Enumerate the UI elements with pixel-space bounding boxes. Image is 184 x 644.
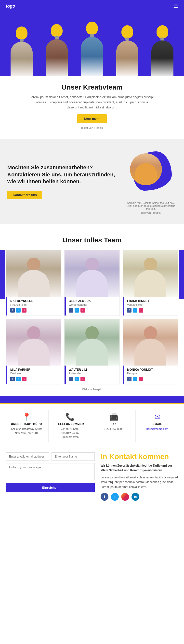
contact-info-1: 📞 TELEFONNUMMER 234-9876-5400888-0123-45…	[48, 410, 92, 442]
team-card-5: MONIKA POULIOT Designer f t i	[123, 319, 178, 384]
instagram-icon-2[interactable]: i	[139, 308, 143, 312]
twitter-icon-1[interactable]: t	[74, 308, 79, 312]
member-role-4: Entwickler	[69, 372, 116, 375]
social-facebook[interactable]: f	[100, 493, 108, 501]
contact-title-1: TELEFONNUMMER	[50, 422, 90, 426]
hero-person-1	[5, 26, 38, 76]
social-instagram[interactable]: i	[121, 493, 129, 501]
member-role-5: Designer	[127, 372, 175, 375]
team-card-2: FRANK KINNEY Verkaufsleiter f t i	[123, 250, 178, 316]
contact-detail-3: hello@theme.com	[138, 427, 178, 431]
member-name-3: MILA PARKER	[10, 368, 58, 372]
submit-button[interactable]: Einreichen	[6, 483, 95, 492]
kontakt-body-text: Lorem ipsum dolor sit amet - class apten…	[100, 475, 178, 490]
collaborate-title: Möchten Sie zusammenarbeiten? Kontaktier…	[7, 164, 118, 185]
member-name-2: FRANK KINNEY	[127, 299, 175, 303]
instagram-icon-5[interactable]: i	[139, 377, 143, 381]
kontakt-text: In Kontakt kommen Wir können Zuverlässig…	[100, 452, 178, 501]
kontakt-section: Einreichen In Kontakt kommen Wir können …	[0, 446, 184, 508]
header: logo ☰	[0, 0, 184, 12]
team-intro-description: Lorem ipsum dolor sit amet, consectetur …	[30, 95, 154, 110]
social-icons-1: f t i	[69, 308, 116, 312]
phone-icon: 📞	[50, 412, 90, 421]
social-icons-3: f t i	[10, 377, 58, 381]
twitter-icon-4[interactable]: t	[74, 377, 79, 381]
collaborate-image: Sample text. Click to select the text bo…	[125, 149, 177, 214]
bild-freepik: Bild von Freepik	[125, 211, 177, 214]
hero-person-5	[146, 25, 179, 76]
hero-person-2	[40, 24, 74, 76]
team-intro: Unser Kreativteam Lorem ipsum dolor sit …	[0, 76, 184, 134]
facebook-icon-3[interactable]: f	[10, 377, 15, 381]
email-icon: ✉	[138, 412, 178, 421]
twitter-icon-3[interactable]: t	[16, 377, 20, 381]
twitter-icon-2[interactable]: t	[133, 308, 138, 312]
kontakt-form: Einreichen	[6, 452, 95, 501]
hero-person-4	[111, 25, 144, 76]
team-grid: NAT REYNOLDS Finanzdirektor f t i	[5, 250, 179, 384]
instagram-icon-1[interactable]: i	[80, 308, 85, 312]
name-field[interactable]	[52, 452, 95, 461]
team-card-1: CELIA ALMEDA Werbemanager f t i	[64, 250, 120, 316]
team-section: Unser tolles Team NAT REYNOLDS Finanzdir…	[0, 229, 184, 396]
contact-title-0: UNSER HAUPTBÜRO	[7, 422, 46, 426]
team-freepik-note: Bild von Freepik	[5, 384, 179, 393]
email-field[interactable]	[6, 452, 49, 461]
freepik-note: Bilder von Freepik	[30, 126, 154, 129]
team-card-0: NAT REYNOLDS Finanzdirektor f t i	[6, 250, 61, 316]
team-card-4: WALTER LILI Entwickler f t i	[64, 319, 120, 384]
member-name-1: CELIA ALMEDA	[69, 299, 116, 303]
member-name-0: NAT REYNOLDS	[10, 299, 58, 303]
team-card-3: MILA PARKER Designer f t i	[6, 319, 61, 384]
message-field[interactable]	[6, 463, 95, 480]
purple-bar	[0, 396, 184, 403]
contact-info-2: 📠 FAX 1-234-567-8900	[92, 410, 136, 442]
contact-title-3: EMAIL	[138, 422, 178, 426]
menu-icon[interactable]: ☰	[173, 3, 178, 9]
social-icons-0: f t i	[10, 308, 58, 312]
logo: logo	[6, 4, 15, 9]
twitter-icon-5[interactable]: t	[133, 377, 138, 381]
facebook-icon-0[interactable]: f	[10, 308, 15, 312]
learn-more-button[interactable]: Lern mehr	[77, 114, 107, 123]
kontakt-title: In Kontakt kommen	[100, 452, 178, 460]
hero-image-area	[0, 12, 184, 76]
team-intro-title: Unser Kreativteam	[30, 84, 154, 91]
contact-detail-0: SoHo 94 Broadway StreetNew York, NY 1001	[7, 427, 46, 435]
social-icons-5: f t i	[127, 377, 175, 381]
instagram-icon-3[interactable]: i	[22, 377, 26, 381]
collaborate-section: Möchten Sie zusammenarbeiten? Kontaktier…	[0, 139, 184, 224]
facebook-icon-2[interactable]: f	[127, 308, 132, 312]
hero-section	[0, 12, 184, 76]
fax-icon: 📠	[94, 412, 134, 421]
social-icons-4: f t i	[69, 377, 116, 381]
social-icons-2: f t i	[127, 308, 175, 312]
facebook-icon-4[interactable]: f	[69, 377, 73, 381]
social-row: f t i in	[100, 493, 178, 501]
instagram-icon-0[interactable]: i	[22, 308, 26, 312]
member-name-5: MONIKA POULIOT	[127, 368, 175, 372]
member-role-0: Finanzdirektor	[10, 303, 58, 306]
social-linkedin[interactable]: in	[132, 493, 139, 501]
member-role-1: Werbemanager	[69, 303, 116, 306]
contact-info-0: 📍 UNSER HAUPTBÜRO SoHo 94 Broadway Stree…	[5, 410, 48, 442]
contact-detail-1: 234-9876-5400888-0123-4567(gebührenfrei)	[50, 427, 90, 439]
kontakt-bold-text: Wir können Zuverlässigkeit, niedrige Tar…	[100, 464, 178, 473]
collaborate-text: Möchten Sie zusammenarbeiten? Kontaktier…	[7, 164, 118, 199]
member-role-3: Designer	[10, 372, 58, 375]
member-name-4: WALTER LILI	[69, 368, 116, 372]
sample-text: Sample text. Click to select the text bo…	[125, 202, 177, 210]
contact-info-row: 📍 UNSER HAUPTBÜRO SoHo 94 Broadway Stree…	[0, 403, 184, 446]
member-role-2: Verkaufsleiter	[127, 303, 175, 306]
facebook-icon-1[interactable]: f	[69, 308, 73, 312]
social-twitter[interactable]: t	[111, 493, 119, 501]
contact-info-3: ✉ EMAIL hello@theme.com	[136, 410, 179, 442]
hero-person-3	[75, 22, 109, 76]
contact-title-2: FAX	[94, 422, 134, 426]
team-section-title: Unser tolles Team	[5, 236, 179, 244]
facebook-icon-5[interactable]: f	[127, 377, 132, 381]
twitter-icon-0[interactable]: t	[16, 308, 20, 312]
location-icon: 📍	[7, 412, 46, 421]
instagram-icon-4[interactable]: i	[80, 377, 85, 381]
contact-button[interactable]: Kontaktiere uns	[7, 190, 42, 199]
